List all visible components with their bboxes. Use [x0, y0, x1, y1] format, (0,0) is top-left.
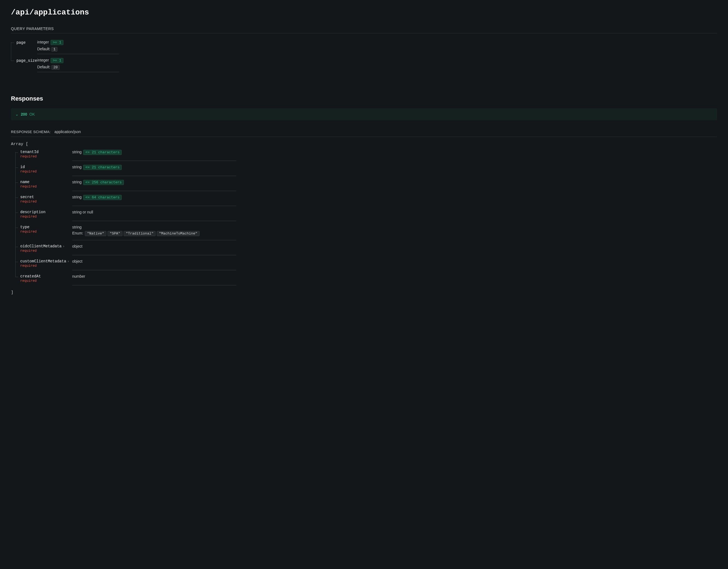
param-type: integer — [37, 40, 49, 44]
param-default-label: Default: — [37, 65, 51, 69]
field-name: oidcClientMetadata› — [20, 244, 72, 249]
field-name: customClientMetadata› — [20, 259, 72, 264]
param-type: integer — [37, 58, 49, 62]
schema-field-row: createdAtrequirednumber — [15, 274, 717, 283]
enum-label: Enum: — [72, 231, 83, 235]
field-name: type — [20, 225, 72, 229]
field-name: id — [20, 165, 72, 169]
endpoint-title: /api/applications — [11, 8, 717, 17]
param-name: page — [16, 40, 37, 45]
required-label: required — [20, 170, 72, 174]
array-open-bracket: Array [ — [11, 142, 717, 147]
query-params-tree: pageinteger>= 1Default: 1page_sizeintege… — [11, 40, 717, 76]
schema-field-row[interactable]: oidcClientMetadata›requiredobject — [15, 244, 717, 253]
enum-value: "Native" — [85, 231, 106, 236]
field-type: string — [72, 150, 81, 154]
chevron-down-icon: ⌄ — [15, 112, 19, 116]
enum-value: "SPA" — [107, 231, 123, 236]
field-type: string — [72, 195, 81, 199]
param-constraint: >= 1 — [51, 58, 63, 63]
param-default-value: 1 — [51, 47, 57, 52]
query-param-row: pageinteger>= 1Default: 1 — [11, 40, 717, 58]
responses-heading: Responses — [11, 95, 717, 102]
param-constraint: >= 1 — [51, 40, 63, 45]
required-label: required — [20, 185, 72, 189]
query-parameters-label: QUERY PARAMETERS — [11, 27, 717, 33]
field-name: createdAt — [20, 274, 72, 279]
field-type: object — [72, 259, 82, 264]
chevron-right-icon: › — [67, 260, 69, 264]
response-content-type: application/json — [54, 130, 81, 134]
field-name: description — [20, 210, 72, 214]
field-constraint: <= 64 characters — [83, 195, 122, 200]
param-description: integer>= 1Default: 20 — [37, 58, 119, 76]
response-200-row[interactable]: ⌄ 200 OK — [11, 108, 717, 120]
query-param-row: page_sizeinteger>= 1Default: 20 — [11, 58, 717, 76]
param-description: integer>= 1Default: 1 — [37, 40, 119, 58]
response-status: OK — [29, 112, 35, 116]
field-name: name — [20, 180, 72, 184]
field-type: string or null — [72, 210, 93, 214]
field-type: string — [72, 165, 81, 169]
response-code: 200 — [21, 112, 27, 116]
param-default-value: 20 — [51, 65, 60, 70]
required-label: required — [20, 230, 72, 234]
field-type: object — [72, 244, 82, 249]
schema-field-row[interactable]: customClientMetadata›requiredobject — [15, 259, 717, 268]
param-name: page_size — [16, 58, 37, 63]
field-type: number — [72, 274, 85, 279]
field-name: tenantId — [20, 150, 72, 154]
field-constraint: <= 21 characters — [83, 165, 122, 170]
field-name: secret — [20, 195, 72, 199]
required-label: required — [20, 279, 72, 283]
schema-tree: tenantIdrequiredstring<= 21 charactersid… — [15, 150, 717, 285]
array-close-bracket: ] — [11, 290, 717, 295]
field-type: string — [72, 225, 81, 229]
required-label: required — [20, 155, 72, 159]
chevron-right-icon: › — [63, 245, 65, 249]
schema-field-row: typerequiredstringEnum:"Native""SPA""Tra… — [15, 225, 717, 238]
enum-value: "Traditional" — [124, 231, 156, 236]
schema-field-row: descriptionrequiredstring or null — [15, 210, 717, 219]
required-label: required — [20, 215, 72, 219]
schema-field-row: tenantIdrequiredstring<= 21 characters — [15, 150, 717, 159]
field-constraint: <= 256 characters — [83, 180, 124, 185]
param-default-label: Default: — [37, 47, 51, 51]
schema-field-row: namerequiredstring<= 256 characters — [15, 180, 717, 189]
required-label: required — [20, 200, 72, 204]
enum-value: "MachineToMachine" — [157, 231, 199, 236]
response-schema-header: RESPONSE SCHEMA: application/json — [11, 130, 717, 137]
required-label: required — [20, 249, 72, 253]
required-label: required — [20, 264, 72, 268]
field-type: string — [72, 180, 81, 184]
schema-field-row: secretrequiredstring<= 64 characters — [15, 195, 717, 204]
response-schema-label: RESPONSE SCHEMA: — [11, 130, 51, 134]
schema-field-row: idrequiredstring<= 21 characters — [15, 165, 717, 174]
field-constraint: <= 21 characters — [83, 150, 122, 155]
